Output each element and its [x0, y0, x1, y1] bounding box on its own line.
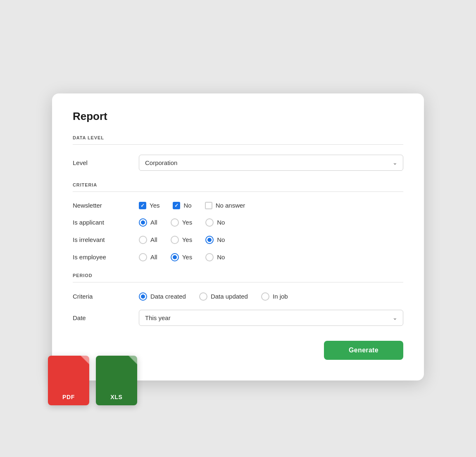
newsletter-yes-checkbox[interactable]: Yes: [139, 202, 159, 209]
radio-yes-icon: [171, 218, 179, 227]
data-level-section: DATA LEVEL Level Corporation Individual …: [73, 135, 403, 171]
is-employee-all-radio[interactable]: All: [139, 253, 157, 261]
is-employee-control: All Yes No: [139, 253, 403, 261]
is-employee-no-label: No: [217, 254, 225, 261]
is-employee-yes-label: Yes: [182, 254, 192, 261]
is-irrelevant-yes-radio[interactable]: Yes: [171, 236, 192, 244]
is-irrelevant-all-radio[interactable]: All: [139, 236, 157, 244]
in-job-radio[interactable]: In job: [261, 292, 288, 301]
section-divider-criteria: [73, 191, 403, 192]
data-created-label: Data created: [150, 293, 186, 300]
is-applicant-control: All Yes No: [139, 218, 403, 227]
radio-no-icon: [205, 236, 214, 244]
newsletter-field-row: Newsletter Yes No No answer: [73, 202, 403, 209]
level-dropdown-wrapper[interactable]: Corporation Individual Department ⌄: [139, 155, 403, 171]
data-level-section-label: DATA LEVEL: [73, 135, 403, 140]
date-field-label: Date: [73, 314, 139, 321]
radio-data-created-icon: [139, 292, 147, 301]
is-employee-label: Is employee: [73, 254, 139, 261]
criteria-section: CRITERIA Newsletter Yes No: [73, 182, 403, 261]
radio-all-icon: [139, 236, 147, 244]
pdf-icon-corner: [80, 356, 89, 365]
pdf-label: PDF: [62, 394, 75, 400]
is-applicant-field-row: Is applicant All Yes No: [73, 218, 403, 227]
is-applicant-no-radio[interactable]: No: [205, 218, 225, 227]
is-employee-radio-group: All Yes No: [139, 253, 225, 261]
date-dropdown-wrapper[interactable]: This year Last year This month Custom ra…: [139, 310, 403, 326]
newsletter-yes-label: Yes: [150, 202, 159, 209]
is-applicant-label: Is applicant: [73, 219, 139, 226]
level-select[interactable]: Corporation Individual Department: [139, 155, 403, 171]
is-applicant-all-label: All: [150, 219, 157, 226]
criteria-section-label: CRITERIA: [73, 182, 403, 187]
level-field-label: Level: [73, 159, 139, 166]
is-irrelevant-all-label: All: [150, 236, 157, 243]
radio-no-icon: [205, 218, 214, 227]
newsletter-label: Newsletter: [73, 202, 139, 209]
file-icons-area: PDF XLS: [48, 356, 137, 405]
is-irrelevant-field-row: Is irrelevant All Yes No: [73, 236, 403, 244]
radio-no-icon: [205, 253, 214, 261]
level-field-control: Corporation Individual Department ⌄: [139, 155, 403, 171]
is-employee-no-radio[interactable]: No: [205, 253, 225, 261]
is-irrelevant-no-label: No: [217, 236, 225, 243]
is-irrelevant-radio-group: All Yes No: [139, 236, 225, 244]
is-irrelevant-control: All Yes No: [139, 236, 403, 244]
is-employee-field-row: Is employee All Yes No: [73, 253, 403, 261]
radio-yes-icon: [171, 253, 179, 261]
checkbox-yes-icon: [139, 202, 146, 209]
data-created-radio[interactable]: Data created: [139, 292, 186, 301]
section-divider-period: [73, 282, 403, 282]
level-field-row: Level Corporation Individual Department …: [73, 155, 403, 171]
period-criteria-radio-group: Data created Data updated In job: [139, 292, 288, 301]
newsletter-no-checkbox[interactable]: No: [173, 202, 191, 209]
data-updated-radio[interactable]: Data updated: [199, 292, 248, 301]
radio-all-icon: [139, 218, 147, 227]
newsletter-checkbox-group: Yes No No answer: [139, 202, 245, 209]
newsletter-no-label: No: [183, 202, 191, 209]
is-irrelevant-label: Is irrelevant: [73, 236, 139, 243]
is-employee-all-label: All: [150, 254, 157, 261]
period-section-label: PERIOD: [73, 273, 403, 278]
period-criteria-control: Data created Data updated In job: [139, 292, 403, 301]
date-field-row: Date This year Last year This month Cust…: [73, 310, 403, 326]
is-applicant-yes-label: Yes: [182, 219, 192, 226]
is-applicant-all-radio[interactable]: All: [139, 218, 157, 227]
section-divider-data-level: [73, 144, 403, 145]
date-select[interactable]: This year Last year This month Custom ra…: [139, 310, 403, 326]
period-criteria-label: Criteria: [73, 293, 139, 300]
is-applicant-radio-group: All Yes No: [139, 218, 225, 227]
xls-icon-corner: [128, 356, 137, 365]
radio-in-job-icon: [261, 292, 269, 301]
newsletter-noanswer-checkbox[interactable]: No answer: [205, 202, 245, 209]
xls-label: XLS: [110, 394, 122, 400]
period-criteria-field-row: Criteria Data created Data updated: [73, 292, 403, 301]
checkbox-noanswer-icon: [205, 202, 212, 209]
xls-file-icon[interactable]: XLS: [96, 356, 137, 405]
in-job-label: In job: [273, 293, 288, 300]
pdf-file-icon[interactable]: PDF: [48, 356, 89, 405]
checkbox-no-icon: [173, 202, 180, 209]
radio-yes-icon: [171, 236, 179, 244]
period-section: PERIOD Criteria Data created Data update…: [73, 273, 403, 326]
is-irrelevant-yes-label: Yes: [182, 236, 192, 243]
generate-button[interactable]: Generate: [324, 341, 403, 360]
is-employee-yes-radio[interactable]: Yes: [171, 253, 192, 261]
is-applicant-no-label: No: [217, 219, 225, 226]
radio-data-updated-icon: [199, 292, 207, 301]
is-applicant-yes-radio[interactable]: Yes: [171, 218, 192, 227]
data-updated-label: Data updated: [211, 293, 248, 300]
newsletter-noanswer-label: No answer: [216, 202, 245, 209]
date-field-control: This year Last year This month Custom ra…: [139, 310, 403, 326]
page-title: Report: [73, 110, 403, 123]
is-irrelevant-no-radio[interactable]: No: [205, 236, 225, 244]
newsletter-control: Yes No No answer: [139, 202, 403, 209]
radio-all-icon: [139, 253, 147, 261]
